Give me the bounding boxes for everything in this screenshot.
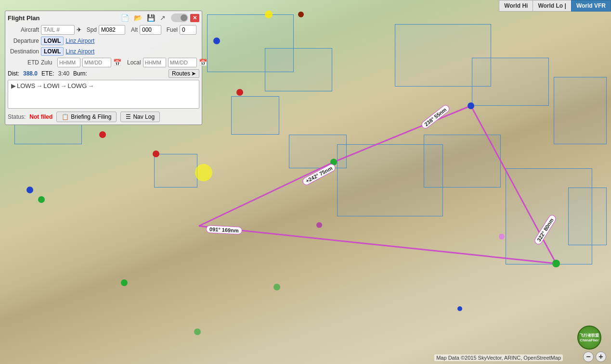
briefing-label: Briefing & Filing [71, 113, 111, 120]
status-value: Not filed [29, 113, 52, 120]
etd-zulu-time[interactable] [57, 58, 80, 67]
new-plan-button[interactable]: 📄 [119, 13, 130, 22]
toggle-switch[interactable] [171, 13, 188, 22]
zoom-controls: − + [583, 351, 606, 362]
share-plan-button[interactable]: ↗ [158, 13, 167, 22]
etd-local-time[interactable] [143, 58, 166, 67]
ete-label: ETE: [41, 70, 54, 77]
flight-plan-panel: Flight Plan 📄 📂 💾 ↗ ✕ Aircraft ✈ Spd Alt… [5, 11, 202, 125]
map-attribution: Map Data ©2015 SkyVector, ARINC, OpenStr… [434, 354, 563, 361]
alt-label: Alt [127, 26, 138, 33]
routes-label: Routes [172, 70, 190, 77]
dist-ete-row: Dist: 388.0 ETE: 3:40 Burn: Routes ➤ [8, 69, 199, 78]
etd-local-date[interactable] [168, 58, 197, 67]
route-wp-lowg: LOWG [68, 82, 87, 89]
briefing-filing-button[interactable]: 📋 Briefing & Filing [56, 112, 117, 122]
aircraft-label: Aircraft [8, 26, 39, 33]
departure-airport-link[interactable]: Linz Airport [65, 38, 94, 44]
logo-text: 飞行者联盟ChinaFlier [580, 333, 599, 342]
route-arrow-2: → [61, 82, 67, 89]
destination-code[interactable]: LOWL [41, 47, 64, 56]
status-row: Status: Not filed 📋 Briefing & Filing ☰ … [8, 112, 199, 122]
route-box[interactable]: ▶ LOWS → LOWI → LOWG → [8, 80, 199, 109]
world-hi-button[interactable]: World Hi [499, 0, 533, 12]
plane-icon: ✈ [77, 26, 81, 33]
close-panel-button[interactable]: ✕ [190, 14, 199, 22]
zulu-label: Zulu [41, 59, 55, 66]
routes-button[interactable]: Routes ➤ [169, 69, 199, 78]
fuel-input[interactable] [180, 25, 196, 35]
logo-area: 飞行者联盟ChinaFlier [577, 326, 601, 350]
top-bar: World Hi World Lo | World VFR [499, 0, 611, 12]
open-plan-button[interactable]: 📂 [132, 13, 143, 22]
route-wp-lowi: LOWI [43, 82, 59, 89]
panel-title-bar: Flight Plan 📄 📂 💾 ↗ ✕ [8, 13, 199, 22]
etd-label: ETD [8, 59, 39, 66]
panel-title: Flight Plan [8, 14, 39, 22]
dist-label: Dist: [8, 70, 19, 77]
world-lo-button[interactable]: World Lo | [533, 0, 571, 12]
world-vfr-button[interactable]: World VFR [571, 0, 611, 12]
spd-label: Spd [83, 26, 97, 33]
aircraft-input[interactable] [41, 25, 75, 35]
departure-code[interactable]: LOWL [41, 37, 64, 45]
etd-zulu-date[interactable] [82, 58, 111, 67]
nav-log-button[interactable]: ☰ Nav Log [120, 112, 160, 122]
dist-value: 388.0 [23, 70, 38, 77]
status-label: Status: [8, 113, 26, 120]
route-arrow-1: → [36, 82, 42, 89]
panel-title-icons: 📄 📂 💾 ↗ ✕ [119, 13, 199, 22]
zoom-in-button[interactable]: + [596, 351, 606, 362]
destination-label: Destination [8, 48, 39, 55]
route-arrow-end: → [88, 82, 94, 89]
alt-input[interactable] [140, 25, 161, 35]
navlog-icon: ☰ [126, 113, 131, 120]
local-label: Local [127, 59, 141, 66]
spd-input[interactable] [99, 25, 125, 35]
fuel-label: Fuel [163, 26, 178, 33]
local-calendar-icon[interactable]: 📅 [199, 59, 207, 66]
zulu-calendar-icon[interactable]: 📅 [113, 59, 121, 66]
routes-arrow-icon: ➤ [191, 70, 196, 77]
zoom-out-button[interactable]: − [583, 351, 594, 362]
route-wp-lows: LOWS [17, 82, 35, 89]
ete-value: 3:40 [58, 70, 69, 77]
briefing-icon: 📋 [62, 113, 69, 120]
save-plan-button[interactable]: 💾 [145, 13, 156, 22]
departure-row: Departure LOWL Linz Airport [8, 37, 199, 45]
departure-label: Departure [8, 38, 39, 44]
route-arrow-start: ▶ [11, 82, 16, 89]
burn-label: Burn: [73, 70, 87, 77]
etd-row: ETD Zulu 📅 Local 📅 [8, 58, 199, 67]
destination-airport-link[interactable]: Linz Airport [65, 48, 94, 55]
destination-row: Destination LOWL Linz Airport [8, 47, 199, 56]
navlog-label: Nav Log [133, 113, 155, 120]
logo-circle: 飞行者联盟ChinaFlier [577, 326, 601, 350]
aircraft-row: Aircraft ✈ Spd Alt Fuel [8, 25, 199, 35]
